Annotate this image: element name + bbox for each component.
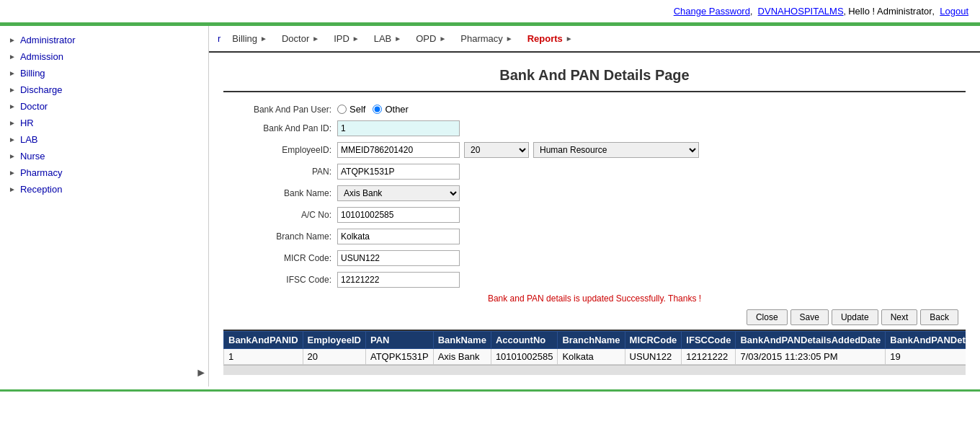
ac-label: A/C No: bbox=[238, 210, 331, 220]
employee-row: EmployeeID: 20 Human ResourceFinanceITOp… bbox=[238, 142, 951, 158]
sidebar-label: Reception bbox=[20, 184, 63, 195]
sidebar-label: LAB bbox=[20, 134, 38, 145]
table-cell: 10101002585 bbox=[491, 349, 558, 365]
radio-other[interactable] bbox=[373, 105, 382, 114]
nav-doctor[interactable]: Doctor ► bbox=[277, 30, 324, 47]
nav-lab[interactable]: LAB ► bbox=[370, 30, 406, 47]
department-name-select[interactable]: Human ResourceFinanceITOperations bbox=[533, 142, 699, 158]
id-row: Bank And Pan ID: bbox=[238, 120, 951, 136]
table-cell: Kolkata bbox=[558, 349, 625, 365]
table-cell: USUN122 bbox=[625, 349, 682, 365]
col-detail: BankAndPANDeta bbox=[886, 332, 966, 349]
sidebar-item-hr[interactable]: ► HR bbox=[0, 115, 208, 131]
arrow-icon: ► bbox=[9, 119, 16, 127]
nav-lab-label: LAB bbox=[374, 33, 392, 44]
sidebar-label: Doctor bbox=[20, 101, 48, 112]
nav-opd[interactable]: OPD ► bbox=[411, 30, 450, 47]
table-cell: 12121222 bbox=[682, 349, 736, 365]
id-input[interactable] bbox=[337, 120, 460, 136]
change-password-link[interactable]: Change Password bbox=[674, 6, 750, 17]
table-cell: 19 bbox=[886, 349, 966, 365]
save-button[interactable]: Save bbox=[790, 309, 829, 325]
arrow-icon: ► bbox=[9, 102, 16, 110]
employee-label: EmployeeID: bbox=[238, 145, 331, 155]
branch-label: Branch Name: bbox=[238, 231, 331, 242]
top-bar: Change Password, DVNAHOSPITALMS, Hello !… bbox=[0, 0, 980, 24]
data-table: BankAndPANID EmployeeID PAN BankName Acc… bbox=[223, 331, 966, 365]
bank-label: Bank Name: bbox=[238, 188, 331, 198]
arrow-icon: ► bbox=[9, 169, 16, 177]
update-button[interactable]: Update bbox=[832, 309, 878, 325]
arrow-icon: ► bbox=[9, 86, 16, 94]
employee-id-input[interactable] bbox=[337, 142, 460, 158]
doctor-arrow-icon: ► bbox=[312, 35, 319, 43]
sidebar-item-admission[interactable]: ► Admission bbox=[0, 48, 208, 65]
id-label: Bank And Pan ID: bbox=[238, 123, 331, 133]
data-table-wrapper: BankAndPANID EmployeeID PAN BankName Acc… bbox=[223, 330, 966, 375]
arrow-icon: ► bbox=[9, 185, 16, 193]
pan-label: PAN: bbox=[238, 167, 331, 177]
nav-ipd[interactable]: IPD ► bbox=[329, 30, 364, 47]
nav-opd-label: OPD bbox=[416, 33, 436, 44]
sidebar-item-billing[interactable]: ► Billing bbox=[0, 65, 208, 81]
sidebar-label: Discharge bbox=[20, 84, 63, 95]
user-label: Bank And Pan User: bbox=[238, 105, 331, 115]
col-addeddate: BankAndPANDetailsAddedDate bbox=[736, 332, 886, 349]
user-radio-group: Self Other bbox=[337, 104, 409, 115]
nav-pharmacy[interactable]: Pharmacy ► bbox=[456, 30, 517, 47]
micr-input[interactable] bbox=[337, 250, 460, 266]
bottom-green-line bbox=[0, 389, 980, 392]
pharmacy-arrow-icon: ► bbox=[506, 35, 513, 43]
sidebar-item-discharge[interactable]: ► Discharge bbox=[0, 81, 208, 98]
col-ifsccode: IFSCCode bbox=[682, 332, 736, 349]
nav-ipd-label: IPD bbox=[334, 33, 349, 44]
ac-input[interactable] bbox=[337, 207, 460, 223]
radio-self[interactable] bbox=[337, 105, 347, 114]
app-name-link[interactable]: DVNAHOSPITALMS bbox=[758, 6, 844, 17]
department-code-select[interactable]: 20 bbox=[464, 142, 529, 158]
sidebar-item-doctor[interactable]: ► Doctor bbox=[0, 98, 208, 115]
branch-row: Branch Name: bbox=[238, 229, 951, 244]
bank-select[interactable]: Axis BankSBIHDFCICICI bbox=[337, 185, 460, 201]
ipd-arrow-icon: ► bbox=[352, 35, 360, 43]
back-button[interactable]: Back bbox=[920, 309, 958, 325]
sidebar-toggle[interactable]: ► bbox=[195, 366, 207, 379]
ifsc-label: IFSC Code: bbox=[238, 275, 331, 285]
pan-input[interactable] bbox=[337, 164, 460, 180]
ifsc-input[interactable] bbox=[337, 272, 460, 288]
arrow-icon: ► bbox=[9, 69, 16, 77]
micr-label: MICR Code: bbox=[238, 253, 331, 263]
branch-input[interactable] bbox=[337, 229, 460, 244]
table-cell: Axis Bank bbox=[433, 349, 491, 365]
table-cell: 20 bbox=[303, 349, 365, 365]
sidebar-item-administrator[interactable]: ► Administrator bbox=[0, 32, 208, 48]
nav-billing-label: Billing bbox=[232, 33, 257, 44]
table-cell: 7/03/2015 11:23:05 PM bbox=[736, 349, 886, 365]
nav-doctor-label: Doctor bbox=[282, 33, 309, 44]
close-button[interactable]: Close bbox=[747, 309, 788, 325]
col-accountno: AccountNo bbox=[491, 332, 558, 349]
arrow-icon: ► bbox=[9, 152, 16, 160]
col-employeeid: EmployeeID bbox=[303, 332, 365, 349]
radio-other-text: Other bbox=[385, 104, 409, 115]
reports-arrow-icon: ► bbox=[566, 35, 573, 43]
nav-reports[interactable]: Reports ► bbox=[523, 30, 577, 47]
page-content: Bank And PAN Details Page Bank And Pan U… bbox=[209, 53, 980, 382]
sidebar-item-reception[interactable]: ► Reception bbox=[0, 181, 208, 198]
horizontal-scrollbar[interactable] bbox=[223, 365, 966, 375]
content-area: r Billing ► Doctor ► IPD ► LAB ► OPD ► bbox=[209, 26, 980, 387]
breadcrumb-r: r bbox=[218, 33, 220, 44]
radio-other-label[interactable]: Other bbox=[373, 104, 409, 115]
logout-link[interactable]: Logout bbox=[940, 6, 968, 17]
main-layout: ► Administrator ► Admission ► Billing ► … bbox=[0, 26, 980, 387]
lab-arrow-icon: ► bbox=[394, 35, 401, 43]
nav-pharmacy-label: Pharmacy bbox=[460, 33, 503, 44]
sidebar-item-lab[interactable]: ► LAB bbox=[0, 131, 208, 148]
sidebar-item-pharmacy[interactable]: ► Pharmacy bbox=[0, 164, 208, 181]
nav-billing[interactable]: Billing ► bbox=[228, 30, 272, 47]
radio-self-label[interactable]: Self bbox=[337, 104, 365, 115]
next-button[interactable]: Next bbox=[881, 309, 918, 325]
pan-row: PAN: bbox=[238, 164, 951, 180]
sidebar-item-nurse[interactable]: ► Nurse bbox=[0, 148, 208, 164]
micr-row: MICR Code: bbox=[238, 250, 951, 266]
